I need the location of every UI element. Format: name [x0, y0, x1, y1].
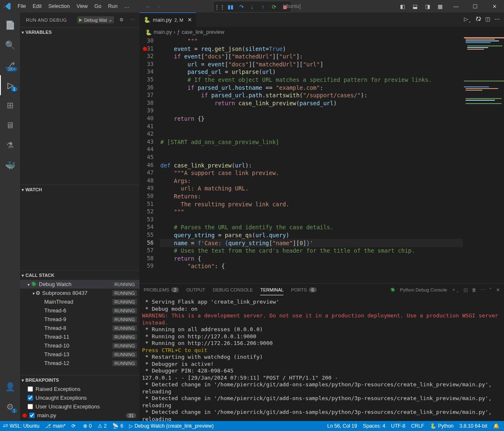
breadcrumb[interactable]: 🐍 main.py › ƒ case_link_preview — [139, 27, 504, 37]
callstack-row[interactable]: Thread-9RUNNING — [20, 315, 139, 324]
checkbox[interactable] — [28, 404, 33, 409]
section-watch-header[interactable]: WATCH — [20, 185, 139, 194]
add-terminal-icon[interactable]: ＋⌄ — [451, 286, 459, 293]
code-line[interactable] — [160, 146, 462, 154]
section-breakpoints-header[interactable]: BREAKPOINTS — [20, 375, 139, 385]
breadcrumb-file[interactable]: main.py — [154, 29, 172, 35]
status-Ln-56,-Col-19[interactable]: Ln 56, Col 19 — [324, 423, 360, 429]
callstack-row[interactable]: ⚙Subprocess 80437RUNNING — [20, 289, 139, 297]
activity-settings[interactable]: ⚙1 — [0, 397, 20, 417]
code-line[interactable]: # [START add_ons_case_preview_link] — [160, 138, 462, 146]
gear-icon[interactable]: ⚙ — [118, 17, 125, 23]
debug-start-icon[interactable]: 🗘 — [476, 16, 481, 23]
activity-testing[interactable]: ⚗ — [0, 135, 20, 155]
activity-remote[interactable]: 🖥 — [0, 115, 20, 135]
terminal[interactable]: * Serving Flask app 'create_link_preview… — [139, 296, 504, 421]
layout-side-icon[interactable]: ◨ — [421, 0, 434, 13]
code-line[interactable] — [160, 130, 462, 138]
activity-scm[interactable]: ⎇1K+ — [0, 55, 20, 75]
checkbox[interactable] — [28, 395, 33, 401]
status-3.8.10-64-bit[interactable]: 3.8.10 64-bit — [456, 423, 490, 429]
callstack-row[interactable]: Thread-13RUNNING — [20, 350, 139, 359]
terminal-profile-label[interactable]: Python Debug Console — [400, 287, 447, 292]
status-UTF-8[interactable]: UTF-8 — [388, 423, 408, 429]
grip-icon[interactable]: ⋮⋮ — [215, 2, 224, 11]
breakpoint-dot-icon[interactable] — [143, 47, 147, 51]
panel-tab-debug-console[interactable]: DEBUG CONSOLE — [213, 285, 253, 295]
split-editor-icon[interactable]: ◫ — [485, 16, 490, 23]
run-icon[interactable]: ▷⌄ — [464, 16, 471, 23]
close-panel-icon[interactable]: ✕ — [496, 287, 500, 293]
code-line[interactable]: event = req.get_json(silent=True) — [160, 45, 462, 53]
restart-icon[interactable]: ⟳ — [269, 2, 279, 11]
code-line[interactable]: return {} — [160, 115, 462, 123]
code-line[interactable]: # Parses the URL and identify the case d… — [160, 223, 462, 231]
activity-docker[interactable]: 🐳 — [0, 155, 20, 175]
menu-selection[interactable]: Selection — [45, 3, 73, 9]
code-line[interactable]: """ — [160, 37, 462, 45]
breakpoint-row[interactable]: Uncaught Exceptions — [20, 393, 139, 402]
layout-bottom-icon[interactable]: ⬓ — [409, 0, 421, 13]
code-line[interactable]: parsed_url = urlparse(url) — [160, 68, 462, 76]
status-branch[interactable]: ⎇main* — [42, 423, 68, 429]
callstack-row[interactable]: MainThreadRUNNING — [20, 297, 139, 306]
code-line[interactable]: if event["docs"]["matchedUrl"]["url"]: — [160, 53, 462, 61]
status-debug[interactable]: ▷Debug Watch (create_link_preview) — [126, 423, 217, 429]
activity-search[interactable]: 🔍 — [0, 35, 20, 55]
close-icon[interactable]: ✕ — [187, 17, 192, 23]
code-line[interactable]: name = f'Case: {query_string["name"][0]}… — [160, 239, 462, 247]
menu-file[interactable]: File — [14, 3, 29, 9]
code-line[interactable]: """ — [160, 208, 462, 216]
code-line[interactable]: url: A matching URL. — [160, 185, 462, 193]
callstack-row[interactable]: Thread-12RUNNING — [20, 359, 139, 368]
code-line[interactable]: def case_link_preview(url): — [160, 162, 462, 170]
menu-view[interactable]: View — [73, 3, 91, 9]
maximize-panel-icon[interactable]: ˄ — [489, 287, 492, 293]
status-Spaces:-4[interactable]: Spaces: 4 — [360, 423, 388, 429]
status-CRLF[interactable]: CRLF — [408, 423, 427, 429]
code-editor[interactable]: 3031323334353637383940414243444546474849… — [139, 37, 504, 283]
status-remote[interactable]: ⮂WSL: Ubuntu — [0, 423, 42, 429]
breadcrumb-symbol[interactable]: case_link_preview — [182, 29, 224, 35]
more-icon[interactable]: ⋯ — [481, 287, 485, 293]
callstack-row[interactable]: Thread-6RUNNING — [20, 306, 139, 315]
gutter[interactable]: 3031323334353637383940414243444546474849… — [139, 37, 160, 283]
status-python[interactable]: 🐍Python — [427, 423, 456, 429]
file-breakpoint-row[interactable]: main.py31 — [20, 411, 139, 420]
customize-layout-icon[interactable]: ▦ — [434, 0, 446, 13]
minimize-icon[interactable]: — — [446, 0, 466, 13]
menu-go[interactable]: Go — [91, 3, 105, 9]
status-radio[interactable]: 📡6 — [109, 423, 126, 429]
activity-debug[interactable]: ▷1 — [0, 75, 20, 95]
code-line[interactable] — [160, 154, 462, 162]
nav-back-icon[interactable]: ← — [145, 3, 151, 10]
code-line[interactable]: "action": { — [160, 262, 462, 270]
code-line[interactable]: # If the event object URL matches a spec… — [160, 76, 462, 84]
code-line[interactable]: if parsed_url.path.startswith("/support/… — [160, 91, 462, 99]
menu-more[interactable]: … — [121, 3, 133, 9]
breakpoint-row[interactable]: Raised Exceptions — [20, 385, 139, 393]
code-line[interactable]: Returns: — [160, 193, 462, 200]
activity-explorer[interactable]: 📄 — [0, 15, 20, 35]
status-error[interactable]: ⊗0 — [80, 423, 95, 429]
callstack-row[interactable]: Thread-11RUNNING — [20, 332, 139, 341]
code-line[interactable] — [160, 107, 462, 115]
status-bell[interactable]: 🔔 — [490, 423, 504, 429]
status-sync[interactable]: ⟳ — [68, 423, 80, 429]
menu-edit[interactable]: Edit — [29, 3, 45, 9]
code-line[interactable]: Args: — [160, 177, 462, 185]
code-line[interactable]: return case_link_preview(parsed_url) — [160, 99, 462, 107]
layout-icon[interactable]: ◧ — [396, 0, 409, 13]
activity-accounts[interactable]: 👤 — [0, 377, 20, 397]
panel-tab-problems[interactable]: PROBLEMS2 — [144, 285, 179, 295]
panel-tab-terminal[interactable]: TERMINAL — [260, 285, 284, 295]
callstack-row[interactable]: 🪲Debug WatchRUNNING — [20, 280, 139, 289]
code-lines[interactable]: """ event = req.get_json(silent=True) if… — [160, 37, 462, 283]
search-box[interactable]: Ubuntu] — [283, 3, 301, 9]
panel-tab-output[interactable]: OUTPUT — [186, 285, 205, 295]
close-icon[interactable]: ✕ — [485, 0, 504, 13]
tab-main-py[interactable]: 🐍 main.py 2, M ✕ — [139, 13, 196, 27]
code-line[interactable]: # Uses the text from the card's header f… — [160, 247, 462, 255]
status-warning[interactable]: ⚠2 — [95, 423, 110, 429]
code-line[interactable]: url = event["docs"]["matchedUrl"]["url"] — [160, 61, 462, 68]
